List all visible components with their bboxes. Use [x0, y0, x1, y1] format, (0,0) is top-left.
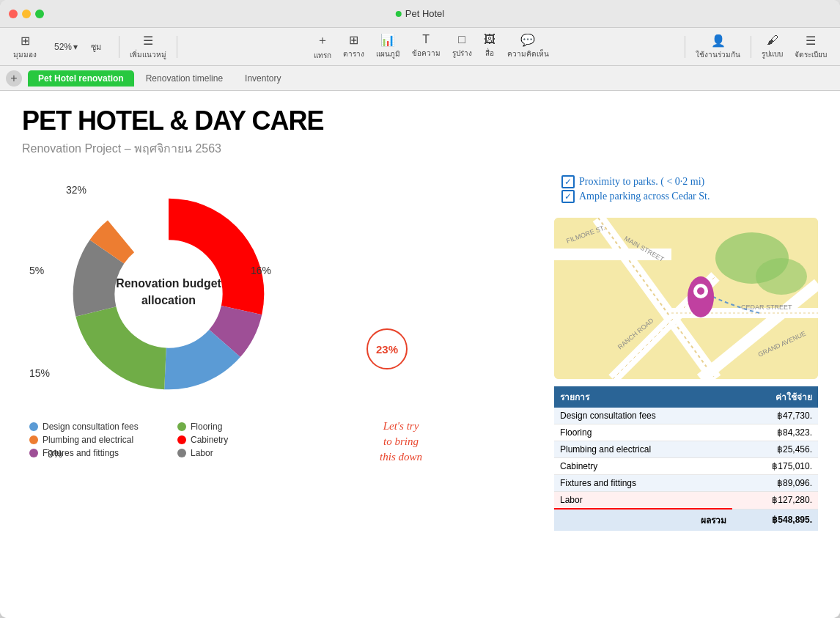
slide-subtitle: Renovation Project – พฤศจิกายน 2563	[22, 139, 818, 158]
minimize-button[interactable]	[22, 10, 31, 18]
text-button[interactable]: T ข้อความ	[408, 30, 445, 64]
checkbox-1-icon: ✓	[561, 175, 575, 188]
table-row-flooring: Flooring ฿84,323.	[554, 424, 818, 441]
legend-item-cabinetry: Cabinetry	[177, 435, 308, 445]
table-row-design: Design consultation fees ฿47,730.	[554, 408, 818, 424]
toolbar-right: 👤 ใช้งานร่วมกัน 🖌 รูปแบบ ☰ จัดระเบียบ	[691, 31, 831, 63]
budget-table: รายการ ค่าใช้จ่าย Design consultation fe…	[554, 386, 818, 531]
legend: Design consultation fees Flooring Plumbi…	[22, 422, 315, 458]
shape-icon: □	[458, 33, 465, 46]
legend-item-plumbing: Plumbing and electrical	[29, 435, 160, 445]
legend-item-flooring: Flooring	[177, 422, 308, 432]
svg-text:CEDAR STREET: CEDAR STREET	[741, 304, 792, 311]
map-note-1: ✓ Proximity to parks. ( < 0·2 mi)	[561, 175, 811, 188]
legend-dot-flooring	[177, 422, 186, 431]
share-icon: 👤	[711, 34, 726, 48]
table-cell-total-value: ฿548,895.	[732, 509, 818, 531]
table-cell-fixtures-label: Fixtures and fittings	[554, 475, 732, 492]
table-row-cabinetry: Cabinetry ฿175,010.	[554, 458, 818, 475]
fullscreen-button[interactable]	[35, 10, 44, 18]
text-icon: T	[422, 33, 430, 46]
pct-9-label: 9%	[48, 448, 62, 460]
table-cell-cabinetry-cost: ฿175,010.	[732, 458, 818, 475]
legend-dot-design	[29, 422, 38, 431]
table-cell-flooring-label: Flooring	[554, 424, 732, 441]
svg-point-19	[756, 258, 807, 295]
table-row-labor: Labor ฿127,280.	[554, 492, 818, 510]
table-row-total: ผลรวม ฿548,895.	[554, 509, 818, 531]
insert-button[interactable]: ＋ แทรก	[309, 30, 336, 64]
title-dot-icon	[396, 11, 402, 17]
slide-columns: 32% 5% 15% 9% 16%	[22, 169, 818, 531]
toolbar-separator-1	[119, 36, 119, 58]
share-button[interactable]: 👤 ใช้งานร่วมกัน	[691, 31, 745, 63]
traffic-lights	[9, 10, 44, 18]
table-cell-design-label: Design consultation fees	[554, 408, 732, 424]
table-header-cost: ค่าใช้จ่าย	[732, 386, 818, 408]
table-cell-design-cost: ฿47,730.	[732, 408, 818, 424]
add-section-button[interactable]: ☰ เพิ่มแนวหมู่	[125, 31, 171, 63]
pct-16-label: 16%	[251, 265, 271, 276]
toolbar-separator-2	[177, 36, 177, 58]
toolbar-center: ＋ แทรก ⊞ ตาราง 📊 แผนภูมิ T ข้อความ □ รูป…	[183, 30, 679, 64]
tabs-bar: + Pet Hotel renovation Renovation timeli…	[0, 66, 840, 91]
svg-text:Renovation budget: Renovation budget	[116, 277, 221, 290]
shape-button[interactable]: □ รูปร่าง	[448, 30, 476, 64]
chevron-down-icon: ▾	[73, 42, 78, 52]
media-icon: 🖼	[484, 33, 495, 46]
window-title: Pet Hotel	[396, 8, 444, 19]
main-content: PET HOTEL & DAY CARE Renovation Project …	[0, 91, 840, 618]
annotation-percent-circle: 23%	[366, 328, 408, 369]
slide-area: PET HOTEL & DAY CARE Renovation Project …	[0, 91, 840, 618]
format-icon: 🖌	[767, 34, 778, 47]
format-button[interactable]: 🖌 รูปแบบ	[757, 31, 787, 62]
legend-item-labor: Labor	[177, 448, 308, 458]
table-header-item: รายการ	[554, 386, 732, 408]
titlebar: Pet Hotel	[0, 0, 840, 28]
svg-point-22	[697, 287, 704, 295]
table-cell-labor-label: Labor	[554, 492, 732, 510]
map-svg: FILMORE ST. MAIN STREET RANCH ROAD CEDAR…	[554, 218, 818, 379]
toolbar-separator-3	[685, 36, 685, 58]
tab-renovation-timeline[interactable]: Renovation timeline	[136, 70, 233, 87]
organize-button[interactable]: ☰ จัดระเบียบ	[790, 31, 831, 63]
table-icon: ⊞	[349, 33, 358, 47]
legend-dot-plumbing	[29, 435, 38, 444]
donut-chart: Renovation budget allocation	[44, 169, 293, 419]
table-cell-flooring-cost: ฿84,323.	[732, 424, 818, 441]
zoom-control[interactable]: 52% ▾	[50, 39, 82, 55]
view-icon: ⊞	[21, 34, 30, 48]
chart-icon: 📊	[380, 33, 395, 47]
slide-left: 32% 5% 15% 9% 16%	[22, 169, 539, 531]
tab-pet-hotel-renovation[interactable]: Pet Hotel renovation	[28, 70, 134, 87]
media-button[interactable]: 🖼 สื่อ	[479, 30, 500, 64]
legend-dot-labor	[177, 449, 186, 457]
organize-icon: ☰	[806, 34, 816, 48]
table-button[interactable]: ⊞ ตาราง	[339, 30, 369, 64]
comment-icon: 💬	[520, 33, 535, 47]
legend-dot-fixtures	[29, 449, 38, 457]
toolbar-separator-4	[751, 36, 751, 58]
add-tab-button[interactable]: +	[6, 70, 22, 87]
close-button[interactable]	[9, 10, 18, 18]
map-section: FILMORE ST. MAIN STREET RANCH ROAD CEDAR…	[554, 218, 818, 379]
tab-inventory[interactable]: Inventory	[235, 70, 291, 87]
slide-right: ✓ Proximity to parks. ( < 0·2 mi) ✓ Ampl…	[554, 169, 818, 531]
table-cell-plumbing-label: Plumbing and electrical	[554, 441, 732, 458]
table-row-plumbing: Plumbing and electrical ฿25,456.	[554, 441, 818, 458]
comment-button[interactable]: 💬 ความคิดเห็น	[503, 30, 553, 64]
annotation-text: Let's tryto bringthis down	[380, 419, 422, 465]
legend-item-design: Design consultation fees	[29, 422, 160, 432]
pct-5-label: 5%	[29, 265, 44, 276]
insert-icon: ＋	[317, 33, 328, 48]
toolbar-left: ⊞ มุมมอง 52% ▾ ซูม	[9, 31, 101, 63]
map-note-2: ✓ Ample parking across Cedar St.	[561, 190, 811, 203]
chart-button[interactable]: 📊 แผนภูมิ	[372, 30, 405, 64]
table-cell-cabinetry-label: Cabinetry	[554, 458, 732, 475]
view-button[interactable]: ⊞ มุมมอง	[9, 31, 41, 63]
table-cell-labor-cost: ฿127,280.	[732, 492, 818, 510]
slide-title: PET HOTEL & DAY CARE	[22, 106, 818, 136]
pct-32-label: 32%	[66, 184, 86, 196]
add-section-icon: ☰	[143, 34, 153, 48]
svg-text:allocation: allocation	[141, 294, 196, 306]
